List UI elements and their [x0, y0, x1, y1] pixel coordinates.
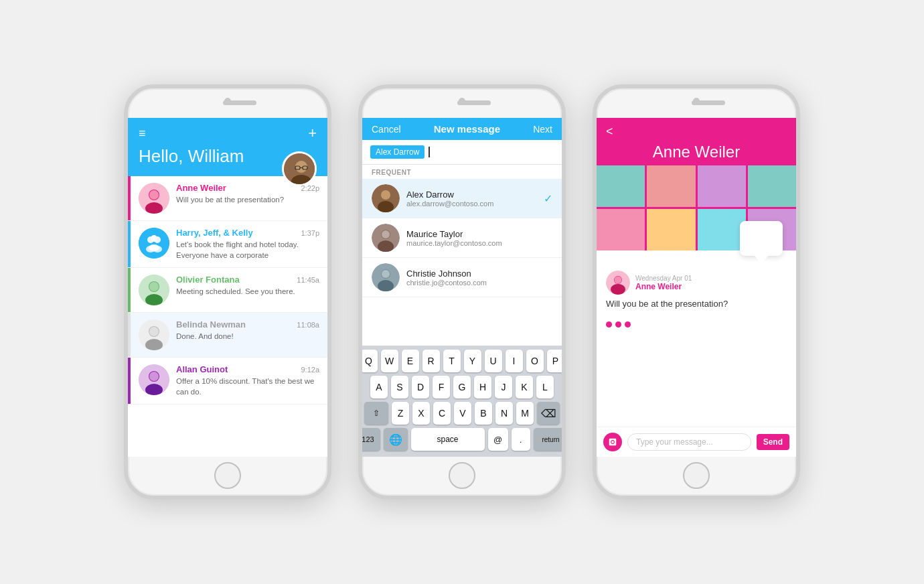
- key-g[interactable]: G: [453, 376, 471, 398]
- phone-2: Cancel New message Next Alex Darrow FREQ…: [358, 84, 566, 500]
- key-s[interactable]: S: [391, 376, 408, 398]
- check-icon: ✓: [544, 192, 552, 205]
- mosaic-tile: [647, 165, 695, 207]
- back-button[interactable]: <: [606, 125, 787, 143]
- key-w[interactable]: W: [381, 350, 398, 372]
- list-item[interactable]: Allan Guinot 9:12a Offer a 10% discount.…: [128, 358, 327, 405]
- key-r[interactable]: R: [422, 350, 440, 372]
- key-h[interactable]: H: [474, 376, 491, 398]
- key-q[interactable]: Q: [362, 350, 378, 372]
- key-x[interactable]: X: [412, 402, 430, 425]
- key-shift[interactable]: ⇧: [364, 402, 388, 425]
- phone-1: ≡ + Hello, William: [124, 84, 331, 500]
- avatar: [139, 228, 169, 259]
- item-name: Harry, Jeff, & Kelly: [176, 228, 253, 238]
- key-b[interactable]: B: [475, 402, 492, 425]
- item-content: Allan Guinot 9:12a Offer a 10% discount.…: [176, 364, 319, 397]
- item-time: 11:45a: [297, 276, 319, 284]
- p3-typing-indicator: [606, 319, 787, 330]
- key-t[interactable]: T: [443, 350, 461, 372]
- typing-dot-3: [625, 321, 631, 327]
- svg-point-10: [149, 190, 159, 200]
- item-name: Olivier Fontana: [176, 275, 240, 285]
- key-z[interactable]: Z: [392, 402, 409, 425]
- avatar: [139, 364, 169, 395]
- item-top: Anne Weiler 2:22p: [176, 183, 319, 193]
- key-u[interactable]: U: [485, 350, 502, 372]
- item-content: Harry, Jeff, & Kelly 1:37p Let's book th…: [176, 228, 319, 261]
- key-f[interactable]: F: [433, 376, 450, 398]
- svg-point-37: [382, 230, 390, 238]
- avatar: [139, 183, 169, 214]
- cancel-button[interactable]: Cancel: [372, 124, 401, 135]
- menu-icon[interactable]: ≡: [139, 127, 146, 141]
- camera-button[interactable]: [603, 433, 622, 451]
- key-i[interactable]: I: [506, 350, 523, 372]
- key-p[interactable]: P: [547, 350, 562, 372]
- key-v[interactable]: V: [454, 402, 471, 425]
- add-icon[interactable]: +: [308, 125, 317, 142]
- svg-point-17: [149, 244, 159, 251]
- p1-message-list: Anne Weiler 2:22p Will you be at the pre…: [128, 176, 327, 457]
- contact-name-header: Anne Weiler: [606, 143, 787, 161]
- key-return[interactable]: return: [534, 428, 562, 451]
- mosaic-tile: [698, 165, 746, 207]
- svg-point-16: [151, 235, 157, 242]
- p3-sender-avatar: [606, 271, 630, 295]
- list-item[interactable]: Anne Weiler 2:22p Will you be at the pre…: [128, 176, 327, 221]
- key-delete[interactable]: ⌫: [537, 402, 560, 425]
- next-button[interactable]: Next: [533, 124, 552, 135]
- mosaic-tile: [647, 209, 695, 250]
- key-y[interactable]: Y: [464, 350, 481, 372]
- contact-email: christie.jo@contoso.com: [406, 279, 552, 287]
- phone-home-button-3[interactable]: [683, 462, 710, 489]
- chat-bubble: [740, 221, 783, 264]
- contact-name: Maurice Taylor: [406, 229, 552, 239]
- avatar: [139, 275, 169, 305]
- item-border: [128, 176, 131, 220]
- key-m[interactable]: M: [516, 402, 534, 425]
- key-e[interactable]: E: [402, 350, 419, 372]
- key-at[interactable]: @: [488, 428, 508, 451]
- key-j[interactable]: J: [495, 376, 512, 398]
- key-c[interactable]: C: [433, 402, 451, 425]
- phone-home-button-2[interactable]: [449, 462, 475, 489]
- key-globe[interactable]: 🌐: [384, 428, 408, 451]
- item-content: Anne Weiler 2:22p Will you be at the pre…: [176, 183, 319, 205]
- svg-point-41: [382, 270, 390, 278]
- frequent-label: FREQUENT: [362, 165, 562, 179]
- message-input[interactable]: Type your message...: [627, 433, 751, 451]
- svg-point-21: [149, 282, 159, 291]
- contact-info: Christie Johnson christie.jo@contoso.com: [406, 269, 552, 287]
- recipient-tag: Alex Darrow: [370, 145, 425, 159]
- key-n[interactable]: N: [495, 402, 513, 425]
- list-item[interactable]: Harry, Jeff, & Kelly 1:37p Let's book th…: [128, 221, 327, 268]
- key-dot[interactable]: .: [512, 428, 530, 451]
- item-top: Harry, Jeff, & Kelly 1:37p: [176, 228, 319, 238]
- key-o[interactable]: O: [526, 350, 544, 372]
- phone-speaker-3: [692, 100, 725, 105]
- item-content: Belinda Newman 11:08a Done. And done!: [176, 319, 319, 342]
- to-field[interactable]: Alex Darrow: [362, 140, 562, 165]
- p3-msg-sender: Anne Weiler: [635, 282, 692, 291]
- item-time: 1:37p: [301, 229, 319, 237]
- key-123[interactable]: 123: [362, 428, 380, 451]
- contact-item[interactable]: Maurice Taylor maurice.taylor@contoso.co…: [362, 218, 562, 258]
- contact-avatar: [372, 184, 400, 212]
- phone-home-button-1[interactable]: [214, 462, 241, 489]
- p3-input-area: Type your message... Send: [597, 427, 796, 457]
- key-space[interactable]: space: [411, 428, 485, 451]
- key-a[interactable]: A: [370, 376, 388, 398]
- key-d[interactable]: D: [412, 376, 429, 398]
- list-item[interactable]: Belinda Newman 11:08a Done. And done!: [128, 313, 327, 358]
- p2-header: Cancel New message Next: [362, 118, 562, 140]
- send-button[interactable]: Send: [757, 434, 789, 450]
- list-item[interactable]: Olivier Fontana 11:45a Meeting scheduled…: [128, 268, 327, 313]
- svg-point-33: [382, 191, 390, 199]
- contact-item[interactable]: Alex Darrow alex.darrow@contoso.com ✓: [362, 179, 562, 218]
- p1-header-top: ≡ +: [139, 125, 317, 142]
- contact-item[interactable]: Christie Johnson christie.jo@contoso.com: [362, 258, 562, 297]
- key-k[interactable]: K: [516, 376, 533, 398]
- p3-mosaic-wrapper: [597, 161, 796, 250]
- key-l[interactable]: L: [536, 376, 554, 398]
